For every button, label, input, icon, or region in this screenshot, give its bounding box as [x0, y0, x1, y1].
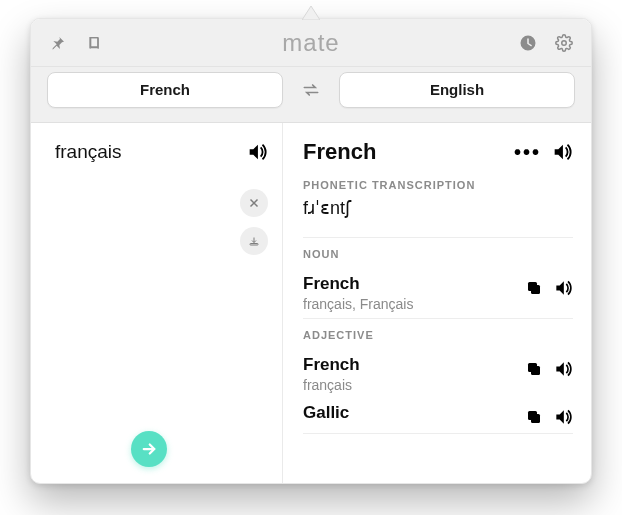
settings-icon[interactable]	[551, 30, 577, 56]
entry-subwords: français	[303, 377, 525, 393]
dictionary-entry: Frenchfrançais, Français	[303, 266, 573, 314]
result-pane: French ••• PHONETIC TRANSCRIPTION fɹˈɛnt…	[283, 123, 591, 483]
svg-rect-6	[528, 363, 537, 372]
result-headword: French	[303, 139, 514, 165]
swap-languages-icon[interactable]	[295, 80, 327, 100]
translate-button[interactable]	[131, 431, 167, 467]
speak-result-icon[interactable]	[551, 141, 573, 163]
app-brand: mate	[282, 29, 339, 57]
more-menu-icon[interactable]: •••	[514, 141, 541, 164]
entry-word: French	[303, 274, 525, 294]
speak-entry-icon[interactable]	[553, 278, 573, 298]
copy-icon[interactable]	[525, 408, 543, 426]
phrasebook-icon[interactable]	[81, 30, 107, 56]
speak-entry-icon[interactable]	[553, 359, 573, 379]
divider	[303, 318, 573, 319]
dictionary-entry: Frenchfrançais	[303, 347, 573, 395]
popover-arrow	[302, 6, 320, 20]
divider	[303, 237, 573, 238]
pos-label: ADJECTIVE	[303, 329, 573, 341]
save-phrase-icon[interactable]	[240, 227, 268, 255]
copy-icon[interactable]	[525, 360, 543, 378]
content-panes: français	[31, 123, 591, 483]
divider	[303, 433, 573, 434]
speak-entry-icon[interactable]	[553, 407, 573, 427]
pos-label: NOUN	[303, 248, 573, 260]
source-input[interactable]: français	[55, 141, 246, 163]
clear-input-icon[interactable]	[240, 189, 268, 217]
svg-rect-2	[250, 244, 258, 246]
history-icon[interactable]	[515, 30, 541, 56]
entry-subwords: français, Français	[303, 296, 525, 312]
speak-source-icon[interactable]	[246, 141, 268, 163]
toolbar: mate	[31, 19, 591, 67]
phonetic-transcription: fɹˈɛntʃ	[303, 197, 573, 233]
svg-point-1	[562, 40, 567, 45]
copy-icon[interactable]	[525, 279, 543, 297]
language-bar: French English	[31, 67, 591, 123]
dictionary-entry: Gallic	[303, 395, 573, 429]
translator-popover: mate French English français	[30, 18, 592, 484]
svg-rect-8	[528, 411, 537, 420]
source-language-button[interactable]: French	[47, 72, 283, 108]
target-language-button[interactable]: English	[339, 72, 575, 108]
entry-word: Gallic	[303, 403, 525, 423]
phonetic-label: PHONETIC TRANSCRIPTION	[303, 179, 573, 191]
svg-rect-4	[528, 282, 537, 291]
pin-icon[interactable]	[45, 30, 71, 56]
source-pane: français	[31, 123, 283, 483]
entry-word: French	[303, 355, 525, 375]
